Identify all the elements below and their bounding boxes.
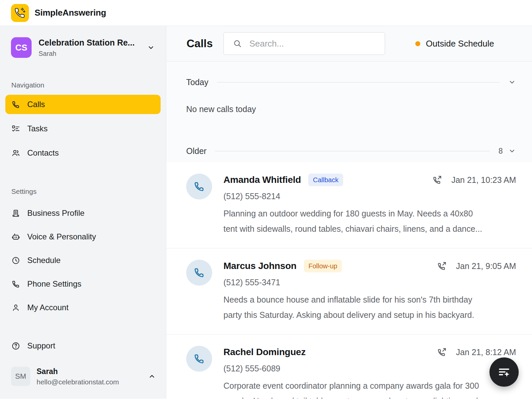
sidebar-item-label: Business Profile xyxy=(27,208,84,218)
people-icon xyxy=(11,149,20,158)
call-summary: Corporate event coordinator planning a c… xyxy=(223,378,516,399)
sidebar-item-support[interactable]: Support xyxy=(5,336,161,355)
chevron-up-icon xyxy=(148,372,156,380)
call-avatar xyxy=(186,174,212,200)
callback-badge: Callback xyxy=(308,174,343,186)
sidebar-item-phone-settings[interactable]: Phone Settings xyxy=(5,274,161,294)
followup-badge: Follow-up xyxy=(304,260,342,272)
sidebar-item-business-profile[interactable]: Business Profile xyxy=(5,203,161,223)
phone-icon xyxy=(193,353,205,365)
sidebar-item-label: Contacts xyxy=(27,148,59,158)
phone-outgoing-icon xyxy=(437,261,447,271)
caller-phone: (512) 555-3471 xyxy=(223,278,516,287)
status-label: Outside Schedule xyxy=(426,39,494,49)
caller-name: Rachel Dominguez xyxy=(223,347,306,357)
search-input[interactable] xyxy=(249,39,379,49)
call-item[interactable]: Marcus Johnson Follow-up Jan 21, 9:05 AM… xyxy=(166,248,532,334)
phone-icon xyxy=(193,267,205,279)
phone-outgoing-icon xyxy=(437,347,447,357)
call-datetime: Jan 21, 10:23 AM xyxy=(451,175,516,185)
phone-outgoing-icon xyxy=(432,175,443,185)
app-logo xyxy=(11,4,29,22)
section-label: Today xyxy=(186,77,208,87)
call-item[interactable]: Rachel Dominguez Jan 21, 8:12 AM (512) 5… xyxy=(166,334,532,399)
call-summary: Needs a bounce house and inflatable slid… xyxy=(223,292,516,323)
sidebar-item-label: Calls xyxy=(27,100,45,109)
call-avatar xyxy=(186,260,212,286)
nav-section-label: Navigation xyxy=(11,81,161,89)
sidebar-item-label: My Account xyxy=(27,303,68,312)
settings-section-label: Settings xyxy=(11,188,161,196)
chevron-down-icon[interactable] xyxy=(508,147,516,155)
user-email: hello@celebrationstat.com xyxy=(37,378,119,386)
section-divider xyxy=(217,82,499,82)
sidebar-item-tasks[interactable]: Tasks xyxy=(5,119,161,138)
account-selector[interactable]: CS Celebration Station Re... Sarah xyxy=(11,37,155,58)
main-panel: Calls Outside Schedule Today No new call… xyxy=(166,26,532,399)
account-avatar: CS xyxy=(11,37,32,58)
calls-content: Today No new calls today Older 8 xyxy=(166,62,532,399)
sidebar-item-label: Phone Settings xyxy=(27,279,81,289)
fab-summary-button[interactable] xyxy=(489,357,519,387)
caller-phone: (512) 555-8214 xyxy=(223,192,516,201)
caller-name: Amanda Whitfield xyxy=(223,175,301,185)
user-menu[interactable]: SM Sarah hello@celebrationstat.com xyxy=(5,367,161,386)
sidebar-item-contacts[interactable]: Contacts xyxy=(5,143,161,163)
app-logo-phone-icon xyxy=(14,7,26,19)
section-count: 8 xyxy=(498,147,503,156)
account-subtitle: Sarah xyxy=(39,50,140,58)
phone-icon xyxy=(11,280,20,289)
section-label: Older xyxy=(186,146,206,156)
call-datetime: Jan 21, 9:05 AM xyxy=(456,261,516,271)
clock-icon xyxy=(11,256,20,265)
building-icon xyxy=(11,209,20,218)
sidebar: CS Celebration Station Re... Sarah Navig… xyxy=(0,26,166,399)
sidebar-item-label: Support xyxy=(27,341,55,350)
person-icon xyxy=(11,303,20,312)
empty-state-text: No new calls today xyxy=(186,104,516,116)
call-list: Amanda Whitfield Callback Jan 21, 10:23 … xyxy=(186,162,516,399)
sidebar-item-label: Voice & Personality xyxy=(27,232,96,241)
sidebar-item-schedule[interactable]: Schedule xyxy=(5,251,161,270)
sidebar-item-label: Tasks xyxy=(27,124,48,133)
search-box[interactable] xyxy=(223,32,385,55)
robot-icon xyxy=(11,232,20,241)
account-name: Celebration Station Re... xyxy=(39,38,140,48)
caller-name: Marcus Johnson xyxy=(223,261,297,271)
chevron-down-icon[interactable] xyxy=(508,78,516,86)
call-avatar xyxy=(186,346,212,372)
page-title: Calls xyxy=(187,37,213,50)
list-sparkle-icon xyxy=(497,365,511,379)
sidebar-item-calls[interactable]: Calls xyxy=(5,95,161,114)
help-icon xyxy=(11,341,20,350)
phone-icon xyxy=(11,100,20,109)
sidebar-item-my-account[interactable]: My Account xyxy=(5,298,161,317)
chevron-down-icon xyxy=(147,44,155,52)
user-avatar: SM xyxy=(11,367,30,386)
sidebar-item-label: Schedule xyxy=(27,256,61,265)
section-divider xyxy=(215,151,490,151)
top-bar: SimpleAnswering xyxy=(0,0,532,26)
call-datetime: Jan 21, 8:12 AM xyxy=(456,347,516,357)
call-summary: Planning an outdoor wedding for 180 gues… xyxy=(223,206,516,236)
schedule-status: Outside Schedule xyxy=(415,39,494,49)
call-item[interactable]: Amanda Whitfield Callback Jan 21, 10:23 … xyxy=(166,162,532,248)
status-dot-icon xyxy=(415,41,420,46)
phone-icon xyxy=(193,181,205,193)
checklist-icon xyxy=(11,124,20,133)
section-header-today: Today xyxy=(186,76,516,88)
section-header-older: Older 8 xyxy=(186,145,516,157)
main-header: Calls Outside Schedule xyxy=(166,26,532,62)
app-title: SimpleAnswering xyxy=(35,8,106,18)
user-name: Sarah xyxy=(37,367,119,376)
sidebar-item-voice-personality[interactable]: Voice & Personality xyxy=(5,227,161,246)
search-icon xyxy=(233,39,242,48)
caller-phone: (512) 555-6089 xyxy=(223,364,516,373)
